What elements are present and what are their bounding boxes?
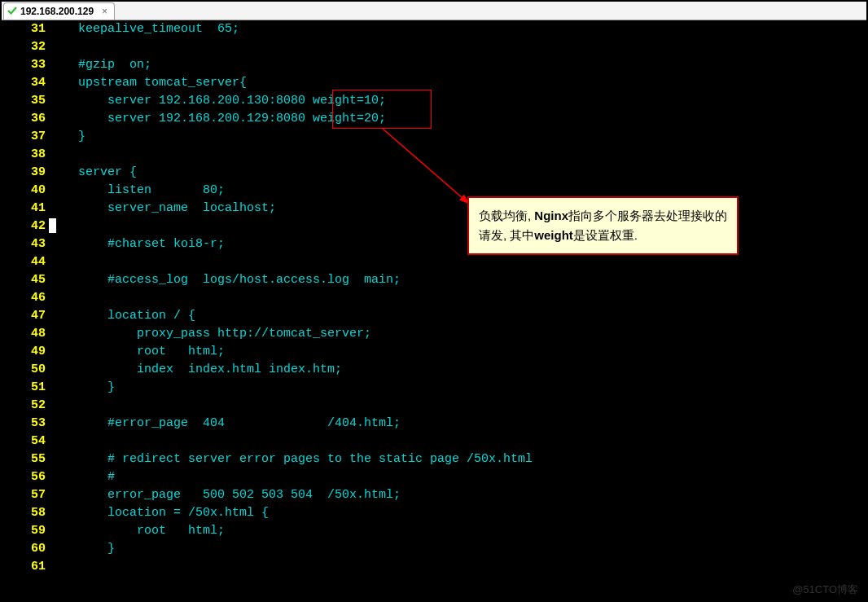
line-number: 48 (2, 325, 46, 343)
note-bold-1: Nginx (534, 209, 568, 222)
code-line[interactable] (49, 146, 866, 164)
line-number: 36 (2, 110, 46, 128)
code-line[interactable]: keepalive_timeout 65; (49, 20, 866, 38)
annotation-note: 负载均衡, Nginx指向多个服务器去处理接收的 请发, 其中weight是设置… (467, 196, 739, 255)
line-number: 39 (2, 164, 46, 182)
line-number: 55 (2, 450, 46, 468)
code-line[interactable]: server_name localhost; (49, 200, 866, 218)
code-line[interactable]: } (49, 128, 866, 146)
line-number: 52 (2, 397, 46, 415)
line-number: 32 (2, 38, 46, 56)
tab-title: 192.168.200.129 (20, 6, 94, 17)
tab-active[interactable]: 192.168.200.129 × (3, 2, 115, 20)
code-editor[interactable]: 3132333435363738394041424344454647484950… (2, 20, 866, 600)
watermark: @51CTO博客 (792, 582, 858, 597)
code-line[interactable]: location / { (49, 307, 866, 325)
code-line[interactable]: # redirect server error pages to the sta… (49, 450, 866, 468)
note-bold-2: weight (534, 228, 573, 242)
code-line[interactable] (49, 289, 866, 307)
code-line[interactable]: error_page 500 502 503 504 /50x.html; (49, 486, 866, 504)
code-line[interactable]: listen 80; (49, 182, 866, 200)
code-line[interactable]: server 192.168.200.129:8080 weight=20; (49, 110, 866, 128)
line-number: 58 (2, 504, 46, 522)
code-line[interactable]: # (49, 468, 866, 486)
line-number: 59 (2, 522, 46, 540)
code-line[interactable]: index index.html index.htm; (49, 361, 866, 379)
code-line[interactable]: upstream tomcat_server{ (49, 74, 866, 92)
line-number: 60 (2, 540, 46, 558)
line-number: 53 (2, 415, 46, 433)
note-text-1a: 负载均衡, (479, 209, 534, 222)
line-number: 45 (2, 271, 46, 289)
line-number: 40 (2, 182, 46, 200)
code-line[interactable]: server 192.168.200.130:8080 weight=10; (49, 92, 866, 110)
line-number-gutter: 3132333435363738394041424344454647484950… (2, 20, 49, 600)
check-icon (7, 6, 17, 18)
code-line[interactable]: #access_log logs/host.access.log main; (49, 271, 866, 289)
tab-bar: 192.168.200.129 × (2, 2, 866, 20)
code-line[interactable] (49, 558, 866, 576)
code-line[interactable] (49, 433, 866, 450)
code-line[interactable]: root html; (49, 343, 866, 361)
line-number: 57 (2, 486, 46, 504)
code-line[interactable]: proxy_pass http://tomcat_server; (49, 325, 866, 343)
line-number: 35 (2, 92, 46, 110)
line-number: 43 (2, 235, 46, 253)
code-line[interactable] (49, 397, 866, 415)
code-line[interactable]: #gzip on; (49, 56, 866, 74)
code-line[interactable]: #error_page 404 /404.html; (49, 415, 866, 433)
code-line[interactable]: } (49, 379, 866, 397)
line-number: 41 (2, 200, 46, 218)
text-cursor (49, 218, 56, 233)
close-icon[interactable]: × (102, 6, 107, 17)
note-text-2a: 请发, 其中 (479, 228, 534, 242)
code-line[interactable] (49, 38, 866, 56)
line-number: 50 (2, 361, 46, 379)
line-number: 33 (2, 56, 46, 74)
line-number: 61 (2, 558, 46, 576)
line-number: 34 (2, 74, 46, 92)
line-number: 47 (2, 307, 46, 325)
code-area[interactable]: 负载均衡, Nginx指向多个服务器去处理接收的 请发, 其中weight是设置… (49, 20, 866, 600)
line-number: 37 (2, 128, 46, 146)
code-line[interactable]: } (49, 540, 866, 558)
line-number: 56 (2, 468, 46, 486)
line-number: 49 (2, 343, 46, 361)
line-number: 42 (2, 218, 46, 235)
note-text-2c: 是设置权重. (573, 228, 638, 242)
line-number: 46 (2, 289, 46, 307)
code-line[interactable]: server { (49, 164, 866, 182)
code-line[interactable]: location = /50x.html { (49, 504, 866, 522)
line-number: 51 (2, 379, 46, 397)
code-line[interactable]: root html; (49, 522, 866, 540)
code-line[interactable]: #charset koi8-r; (49, 235, 866, 253)
note-text-1c: 指向多个服务器去处理接收的 (568, 209, 727, 222)
line-number: 54 (2, 433, 46, 450)
code-line[interactable] (49, 218, 866, 235)
line-number: 44 (2, 253, 46, 271)
line-number: 31 (2, 20, 46, 38)
code-line[interactable] (49, 253, 866, 271)
line-number: 38 (2, 146, 46, 164)
editor-window: 192.168.200.129 × 3132333435363738394041… (0, 0, 868, 602)
